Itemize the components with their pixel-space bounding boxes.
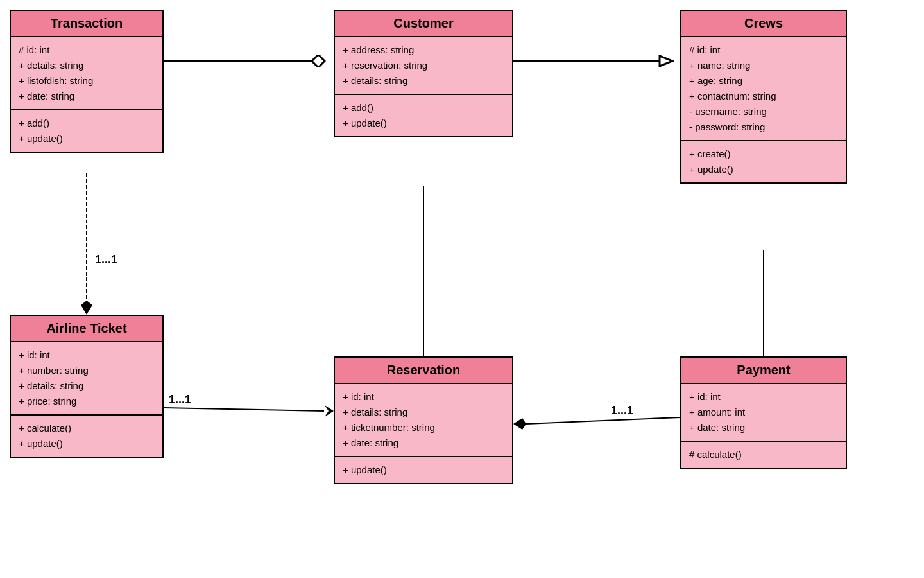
attr-line: + price: string [19,394,155,409]
method-line: + update() [689,162,838,177]
method-line: + calculate() [19,421,155,436]
payment-attributes: + id: int + amount: int + date: string [681,384,846,442]
uml-diagram: Customer: open diamond on Customer side,… [0,0,924,578]
attr-line: + id: int [19,347,155,363]
attr-line: + date: string [689,420,838,435]
attr-line: + contactnum: string [689,89,838,104]
reservation-header: Reservation [335,358,512,384]
transaction-class: Transaction # id: int + details: string … [10,10,164,153]
attr-line: + name: string [689,58,838,73]
attr-line: - username: string [689,104,838,119]
attr-line: + reservation: string [343,58,504,73]
ticket-reservation-line [164,408,324,411]
crews-class: Crews # id: int + name: string + age: st… [680,10,847,184]
reservation-methods: + update() [335,457,512,483]
payment-reservation-line [526,417,680,424]
ticket-reservation-label-left: 1...1 [169,393,191,406]
attr-line: + date: string [343,435,504,451]
attr-line: + details: string [19,58,155,73]
method-line: + create() [689,146,838,162]
attr-line: + number: string [19,363,155,378]
airline-ticket-class: Airline Ticket + id: int + number: strin… [10,315,164,458]
transaction-ticket-diamond [81,301,92,315]
crews-methods: + create() + update() [681,141,846,182]
crews-header: Crews [681,11,846,37]
method-line: + update() [343,116,504,131]
method-line: + add() [19,116,155,131]
attr-line: + details: string [343,73,504,89]
customer-attributes: + address: string + reservation: string … [335,37,512,95]
payment-reservation-diamond [513,418,526,430]
attr-line: + details: string [343,405,504,420]
attr-line: + age: string [689,73,838,89]
transaction-attributes: # id: int + details: string + listofdish… [11,37,162,110]
transaction-ticket-label: 1...1 [95,253,117,266]
payment-header: Payment [681,358,846,384]
transaction-header: Transaction [11,11,162,37]
customer-methods: + add() + update() [335,95,512,136]
method-line: # calculate() [689,447,838,462]
attr-line: # id: int [19,42,155,58]
payment-class: Payment + id: int + amount: int + date: … [680,356,847,469]
reservation-class: Reservation + id: int + details: string … [334,356,513,484]
attr-line: + listofdish: string [19,73,155,89]
customer-class: Customer + address: string + reservation… [334,10,513,137]
transaction-methods: + add() + update() [11,110,162,152]
reservation-attributes: + id: int + details: string + ticketnumb… [335,384,512,457]
attr-line: + ticketnumber: string [343,420,504,435]
crews-attributes: # id: int + name: string + age: string +… [681,37,846,141]
attr-line: + details: string [19,378,155,394]
ticket-reservation-diamond [325,405,334,417]
method-line: + update() [19,131,155,146]
attr-line: # id: int [689,42,838,58]
method-line: + update() [343,462,504,478]
attr-line: + date: string [19,89,155,104]
airline-ticket-attributes: + id: int + number: string + details: st… [11,342,162,416]
attr-line: + id: int [689,389,838,405]
airline-ticket-header: Airline Ticket [11,316,162,342]
airline-ticket-methods: + calculate() + update() [11,416,162,457]
attr-line: + address: string [343,42,504,58]
attr-line: + amount: int [689,405,838,420]
method-line: + update() [19,436,155,451]
payment-methods: # calculate() [681,442,846,468]
payment-reservation-label-right: 1...1 [611,404,633,417]
attr-line: - password: string [689,119,838,135]
attr-line: + id: int [343,389,504,405]
method-line: + add() [343,100,504,116]
customer-header: Customer [335,11,512,37]
